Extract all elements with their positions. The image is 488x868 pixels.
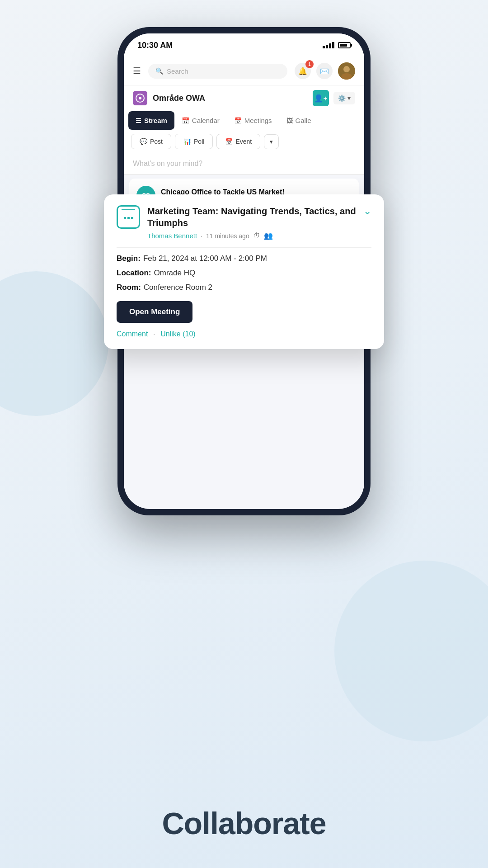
tab-stream-label: Stream	[144, 117, 167, 124]
post-type-bar: 💬 Post 📊 Poll 📅 Event ▾	[124, 130, 364, 153]
mail-icon[interactable]: ✉️	[316, 63, 333, 79]
action-separator: ·	[153, 330, 155, 338]
settings-button[interactable]: ⚙️ ▾	[333, 92, 355, 104]
card-meta: Thomas Bennett · 11 minutes ago ⏱ 👥	[147, 231, 356, 240]
add-member-button[interactable]: 👤+	[313, 90, 329, 106]
group-header: Område OWA 👤+ ⚙️ ▾	[124, 85, 364, 111]
signal-icon	[323, 42, 334, 48]
unlike-button[interactable]: Unlike (10)	[160, 330, 195, 338]
notification-button[interactable]: 🔔 1	[295, 63, 311, 79]
tab-calendar-label: Calendar	[192, 117, 220, 124]
comment-button[interactable]: Comment	[117, 330, 148, 338]
card-meta-icons: ⏱ 👥	[253, 231, 273, 240]
card-title: Marketing Team: Navigating Trends, Tacti…	[147, 205, 356, 229]
tab-gallery[interactable]: 🖼 Galle	[279, 111, 319, 130]
audience-icon: 👥	[264, 231, 273, 240]
compose-area[interactable]: What's on your mind?	[124, 153, 364, 175]
poll-button[interactable]: 📊 Poll	[175, 134, 213, 149]
bottom-label-section: Collaborate	[0, 806, 488, 841]
group-actions: 👤+ ⚙️ ▾	[313, 90, 355, 106]
room-value: Conference Room 2	[144, 283, 212, 292]
tab-meetings[interactable]: 📅 Meetings	[227, 111, 279, 130]
group-logo	[133, 91, 147, 105]
event-button[interactable]: 📅 Event	[216, 134, 260, 149]
phone-mockup: 10:30 AM ☰ 🔍	[117, 27, 371, 515]
event-card: Marketing Team: Navigating Trends, Tacti…	[104, 194, 384, 349]
card-expand-button[interactable]: ⌄	[363, 205, 371, 217]
card-meta-dot: ·	[201, 232, 202, 240]
card-time-ago: 11 minutes ago	[206, 232, 249, 240]
poll-label: Poll	[194, 138, 204, 145]
open-meeting-button[interactable]: Open Meeting	[117, 301, 192, 323]
card-title-block: Marketing Team: Navigating Trends, Tacti…	[147, 205, 356, 240]
header-icons: 🔔 1 ✉️	[295, 62, 355, 80]
status-bar: 10:30 AM	[124, 33, 364, 57]
status-icons	[323, 42, 351, 48]
calendar-icon	[117, 205, 140, 229]
tab-stream[interactable]: ☰ Stream	[128, 111, 174, 130]
group-name: Område OWA	[153, 94, 205, 103]
calendar-nav-icon: 📅	[182, 117, 189, 124]
collaborate-heading: Collaborate	[0, 806, 488, 841]
tab-calendar[interactable]: 📅 Calendar	[174, 111, 227, 130]
meetings-nav-icon: 📅	[234, 117, 242, 124]
hamburger-icon[interactable]: ☰	[133, 66, 141, 76]
background-blob-left	[0, 271, 108, 416]
card-author[interactable]: Thomas Bennett	[147, 232, 197, 240]
poll-icon: 📊	[183, 138, 191, 145]
card-location-row: Location: Omrade HQ	[117, 269, 371, 278]
compose-placeholder: What's on your mind?	[133, 160, 202, 167]
room-label: Room:	[117, 283, 141, 292]
card-begin-row: Begin: Feb 21, 2024 at 12:00 AM - 2:00 P…	[117, 254, 371, 263]
event-icon: 📅	[225, 138, 233, 145]
begin-value: Feb 21, 2024 at 12:00 AM - 2:00 PM	[143, 254, 267, 263]
tab-meetings-label: Meetings	[244, 117, 272, 124]
card-actions: Comment · Unlike (10)	[117, 330, 371, 338]
more-post-types-button[interactable]: ▾	[264, 134, 279, 149]
search-bar[interactable]: 🔍 Search	[148, 64, 287, 79]
card-divider	[117, 247, 371, 248]
card-room-row: Room: Conference Room 2	[117, 283, 371, 292]
post-label: Post	[150, 138, 163, 145]
search-placeholder: Search	[167, 67, 188, 75]
svg-point-1	[343, 66, 350, 72]
tab-gallery-label: Galle	[296, 117, 311, 124]
status-time: 10:30 AM	[137, 41, 173, 50]
location-label: Location:	[117, 269, 151, 278]
gallery-nav-icon: 🖼	[286, 117, 293, 124]
location-value: Omrade HQ	[154, 269, 196, 278]
nav-tabs: ☰ Stream 📅 Calendar 📅 Meetings 🖼 Galle	[124, 111, 364, 130]
clock-icon: ⏱	[253, 232, 260, 240]
user-avatar[interactable]	[338, 62, 355, 80]
battery-icon	[338, 42, 351, 48]
stream-icon: ☰	[136, 117, 141, 124]
background-blob-right	[334, 561, 488, 741]
begin-label: Begin:	[117, 254, 141, 263]
post-button[interactable]: 💬 Post	[131, 134, 171, 149]
notification-badge: 1	[305, 60, 314, 68]
event-label: Event	[235, 138, 252, 145]
search-icon: 🔍	[155, 67, 163, 75]
svg-point-4	[139, 97, 141, 99]
app-header: ☰ 🔍 Search 🔔 1 ✉️	[124, 57, 364, 85]
post-icon: 💬	[140, 138, 147, 145]
card-header: Marketing Team: Navigating Trends, Tacti…	[117, 205, 371, 240]
